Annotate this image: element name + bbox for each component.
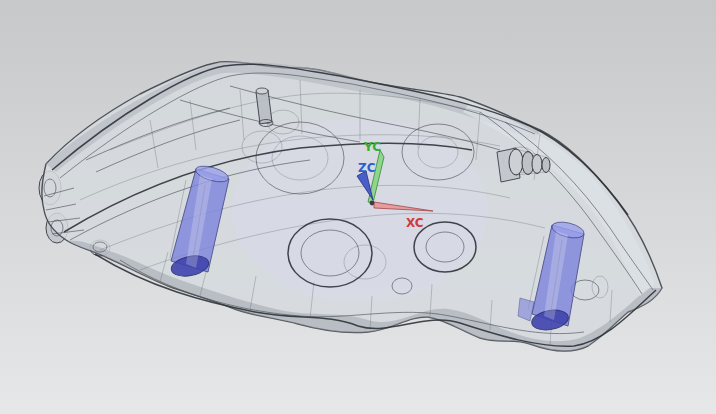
yc-axis-label: YC [363, 140, 381, 154]
zc-axis-label: ZC [358, 161, 376, 175]
viewport-canvas[interactable]: YC ZC XC [0, 0, 716, 414]
transparency-tint [232, 118, 488, 302]
cad-viewport[interactable]: YC ZC XC [0, 0, 716, 414]
xc-axis-label: XC [406, 216, 424, 230]
triad-origin[interactable] [370, 201, 375, 206]
